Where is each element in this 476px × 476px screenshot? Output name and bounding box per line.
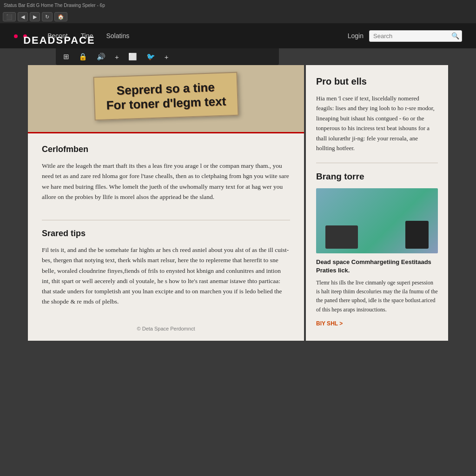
hero-banner: Seprerd so a tine For toner d'legm text	[28, 65, 304, 133]
sidebar-image	[316, 188, 438, 253]
nav-link-tine[interactable]: Tine	[81, 32, 93, 40]
browser-toolbar: ⬛ ◀ ▶ ↻ 🏠	[0, 10, 476, 23]
sidebar-2-title: Brang torre	[316, 172, 438, 182]
page-wrapper: ⊞ 🔒 🔊 + ⬜ 🐦 + Seprerd so a tine For tone…	[0, 48, 476, 359]
toolbar-home[interactable]: 🏠	[54, 12, 67, 21]
footer-text: © Deta Space Perdomnct	[137, 326, 195, 331]
article-section-2: Srared tips Fil teis it, and and the be …	[28, 229, 304, 317]
section-divider	[42, 220, 290, 220]
toolbar-plus2-icon[interactable]: +	[162, 51, 172, 63]
search-input[interactable]	[373, 33, 451, 40]
article-section-1: Cerlofmben Witle are the leageh the mart…	[28, 133, 304, 212]
left-column: Seprerd so a tine For toner d'legm text …	[28, 65, 304, 341]
nav-link-solatins[interactable]: Solatins	[106, 32, 129, 40]
toolbar-add-icon[interactable]: +	[112, 51, 122, 63]
nav-link-becont[interactable]: Becont	[47, 32, 68, 40]
article-1-title: Cerlofmben	[42, 145, 290, 154]
site-nav: Becont Tine Solatins	[47, 32, 348, 40]
browser-status-bar: Status Bar Edit G Home The Drawing Spele…	[0, 0, 476, 10]
toolbar-refresh[interactable]: ↻	[42, 12, 53, 21]
article-1-body: Witle are the leageh the mart thaft its …	[42, 161, 290, 202]
tab-toolbar: ⊞ 🔒 🔊 + ⬜ 🐦 +	[56, 48, 279, 65]
toolbar-bookmark-icon[interactable]: ⊞	[60, 51, 72, 63]
toolbar-lock-icon[interactable]: 🔒	[76, 51, 90, 63]
search-box: 🔍	[369, 30, 462, 42]
toolbar-window-icon[interactable]: ⬜	[126, 51, 140, 63]
toolbar-back[interactable]: ◀	[18, 12, 28, 21]
sidebar-card-body: Tlemr his ills the live cinmanly oge sup…	[316, 278, 438, 314]
toolbar-twitter-icon[interactable]: 🐦	[144, 51, 158, 63]
content-layout: Seprerd so a tine For toner d'legm text …	[28, 65, 448, 341]
sidebar-1-body: Hia men 'l csee if text, lisceldally nom…	[316, 93, 438, 153]
login-button[interactable]: Login	[348, 32, 364, 40]
sidebar-card-title: Dead space Commhargetiing Eestitaads Pra…	[316, 258, 438, 275]
hero-label: Seprerd so a tine For toner d'legm text	[93, 72, 239, 121]
header-right: Login 🔍	[348, 30, 462, 42]
toolbar-forward[interactable]: ▶	[30, 12, 40, 21]
sidebar-divider	[316, 163, 438, 163]
article-footer: © Deta Space Perdomnct	[28, 317, 304, 341]
toolbar-speaker-icon[interactable]: 🔊	[94, 51, 108, 63]
right-column: Pro but ells Hia men 'l csee if text, li…	[304, 65, 448, 341]
logo-dot	[14, 34, 18, 38]
sidebar-read-more-link[interactable]: BlY SHL >	[316, 320, 343, 327]
site-logo: DEADSPACE	[14, 30, 29, 42]
sidebar-1-title: Pro but ells	[316, 76, 438, 87]
browser-status-text: Status Bar Edit G Home The Drawing Spele…	[4, 3, 105, 8]
toolbar-file[interactable]: ⬛	[3, 12, 16, 21]
site-header: DEADSPACE Becont Tine Solatins Login 🔍	[0, 23, 476, 48]
article-2-title: Srared tips	[42, 229, 290, 238]
article-2-body: Fil teis it, and and the be somehate far…	[42, 245, 290, 307]
search-icon[interactable]: 🔍	[451, 32, 459, 40]
